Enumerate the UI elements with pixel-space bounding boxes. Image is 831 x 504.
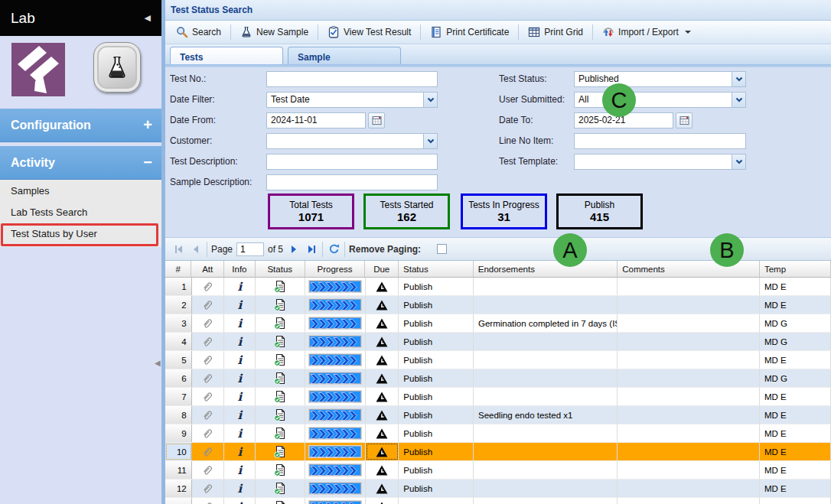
attachment-cell[interactable] bbox=[192, 278, 225, 295]
print-certificate-button[interactable]: Print Certificate bbox=[425, 24, 513, 41]
new-sample-button[interactable]: New Sample bbox=[236, 24, 313, 41]
info-cell[interactable]: i bbox=[224, 388, 256, 405]
splitter-collapse-icon[interactable]: ◀ bbox=[155, 359, 161, 367]
table-row[interactable]: 9 i bbox=[165, 424, 831, 443]
test-description-input[interactable] bbox=[266, 154, 438, 170]
col-header-due[interactable]: Due bbox=[365, 261, 399, 277]
calendar-icon[interactable] bbox=[676, 112, 692, 128]
table-row[interactable]: 10 i bbox=[165, 443, 831, 461]
table-row[interactable]: 8 i bbox=[165, 406, 831, 424]
attachment-cell[interactable] bbox=[192, 369, 225, 387]
status-icon-cell[interactable] bbox=[256, 333, 305, 350]
status-icon-cell[interactable] bbox=[256, 278, 305, 295]
table-row[interactable]: 12 i bbox=[165, 480, 831, 498]
col-header-info[interactable]: Info bbox=[224, 261, 256, 277]
col-header-att[interactable]: Att bbox=[191, 261, 224, 277]
next-page-button[interactable] bbox=[287, 242, 301, 256]
lab-module-button[interactable] bbox=[93, 42, 141, 93]
info-cell[interactable]: i bbox=[224, 296, 256, 314]
info-cell[interactable]: i bbox=[224, 480, 256, 497]
date-from-input[interactable]: 2024-11-01 bbox=[266, 112, 366, 128]
attachment-cell[interactable] bbox=[192, 296, 225, 314]
table-row[interactable]: 5 i bbox=[165, 351, 831, 369]
customer-select[interactable] bbox=[266, 133, 438, 149]
table-row[interactable]: 13 i bbox=[165, 498, 831, 504]
collapse-minus-icon[interactable]: − bbox=[143, 154, 152, 171]
col-header-endorsements[interactable]: Endorsements bbox=[474, 261, 618, 277]
table-row[interactable]: 3 i bbox=[165, 314, 831, 333]
col-header-status[interactable]: Status bbox=[399, 261, 474, 277]
expand-icon[interactable]: + bbox=[143, 116, 152, 134]
info-cell[interactable]: i bbox=[224, 406, 256, 424]
table-row[interactable]: 7 i bbox=[165, 388, 831, 406]
status-icon-cell[interactable] bbox=[256, 498, 305, 504]
col-header-comments[interactable]: Comments bbox=[618, 261, 760, 277]
status-icon-cell[interactable] bbox=[256, 351, 305, 369]
info-cell[interactable]: i bbox=[224, 424, 256, 442]
col-header-template[interactable]: Temp bbox=[760, 261, 831, 277]
sidebar-item-lab-tests-search[interactable]: Lab Tests Search bbox=[0, 201, 161, 223]
col-header-number[interactable]: # bbox=[165, 261, 191, 277]
sample-description-input[interactable] bbox=[266, 174, 438, 190]
line-no-item-input[interactable] bbox=[574, 133, 746, 149]
page-number-input[interactable] bbox=[236, 242, 264, 256]
sidebar-collapse-icon[interactable]: ◀ bbox=[145, 13, 151, 23]
status-icon-cell[interactable] bbox=[256, 406, 305, 424]
attachment-cell[interactable] bbox=[192, 443, 225, 460]
test-status-select[interactable]: Published bbox=[574, 71, 746, 87]
search-button[interactable]: Search bbox=[171, 24, 226, 41]
attachment-cell[interactable] bbox=[192, 314, 225, 332]
attachment-cell[interactable] bbox=[192, 480, 225, 497]
table-row[interactable]: 1 i bbox=[165, 278, 831, 296]
status-icon-cell[interactable] bbox=[256, 461, 305, 479]
info-cell[interactable]: i bbox=[224, 443, 256, 460]
remove-paging-checkbox[interactable] bbox=[437, 244, 447, 254]
view-test-result-button[interactable]: View Test Result bbox=[323, 24, 416, 41]
chevron-down-icon[interactable] bbox=[732, 72, 745, 86]
status-icon-cell[interactable] bbox=[256, 369, 305, 387]
sidebar-section-configuration[interactable]: Configuration + bbox=[0, 109, 161, 142]
table-row[interactable]: 2 i bbox=[165, 296, 831, 314]
attachment-cell[interactable] bbox=[192, 333, 225, 350]
test-no-input[interactable] bbox=[266, 71, 438, 87]
table-row[interactable]: 6 i bbox=[165, 369, 831, 388]
previous-page-button[interactable] bbox=[189, 242, 203, 256]
test-template-select[interactable] bbox=[574, 154, 746, 170]
table-row[interactable]: 4 i bbox=[165, 333, 831, 351]
attachment-cell[interactable] bbox=[192, 351, 225, 369]
chevron-down-icon[interactable] bbox=[423, 93, 437, 107]
info-cell[interactable]: i bbox=[224, 369, 256, 387]
user-submitted-select[interactable]: All bbox=[574, 92, 746, 108]
import-export-button[interactable]: Import / Export bbox=[598, 24, 696, 41]
status-icon-cell[interactable] bbox=[256, 443, 305, 460]
chevron-down-icon[interactable] bbox=[423, 134, 437, 148]
table-row[interactable]: 11 i bbox=[165, 461, 831, 480]
status-icon-cell[interactable] bbox=[256, 480, 305, 497]
status-icon-cell[interactable] bbox=[256, 388, 305, 405]
info-cell[interactable]: i bbox=[224, 314, 256, 332]
info-cell[interactable]: i bbox=[224, 498, 256, 504]
attachment-cell[interactable] bbox=[192, 406, 225, 424]
status-icon-cell[interactable] bbox=[256, 296, 305, 314]
sidebar-section-activity[interactable]: Activity − bbox=[0, 146, 161, 180]
info-cell[interactable]: i bbox=[224, 278, 256, 295]
col-header-status-icon[interactable]: Status bbox=[256, 261, 305, 277]
attachment-cell[interactable] bbox=[192, 388, 225, 405]
info-cell[interactable]: i bbox=[224, 351, 256, 369]
first-page-button[interactable] bbox=[171, 242, 185, 256]
print-grid-button[interactable]: Print Grid bbox=[523, 24, 588, 41]
status-icon-cell[interactable] bbox=[256, 314, 305, 332]
chevron-down-icon[interactable] bbox=[732, 154, 745, 169]
calendar-icon[interactable] bbox=[368, 112, 385, 128]
info-cell[interactable]: i bbox=[224, 333, 256, 350]
info-cell[interactable]: i bbox=[224, 461, 256, 479]
chevron-down-icon[interactable] bbox=[732, 93, 745, 107]
status-icon-cell[interactable] bbox=[256, 424, 305, 442]
refresh-button[interactable] bbox=[327, 242, 341, 256]
attachment-cell[interactable] bbox=[192, 461, 225, 479]
attachment-cell[interactable] bbox=[192, 498, 225, 504]
last-page-button[interactable] bbox=[305, 242, 318, 256]
attachment-cell[interactable] bbox=[192, 424, 225, 442]
date-filter-select[interactable]: Test Date bbox=[266, 92, 438, 108]
sidebar-item-samples[interactable]: Samples bbox=[0, 180, 161, 201]
